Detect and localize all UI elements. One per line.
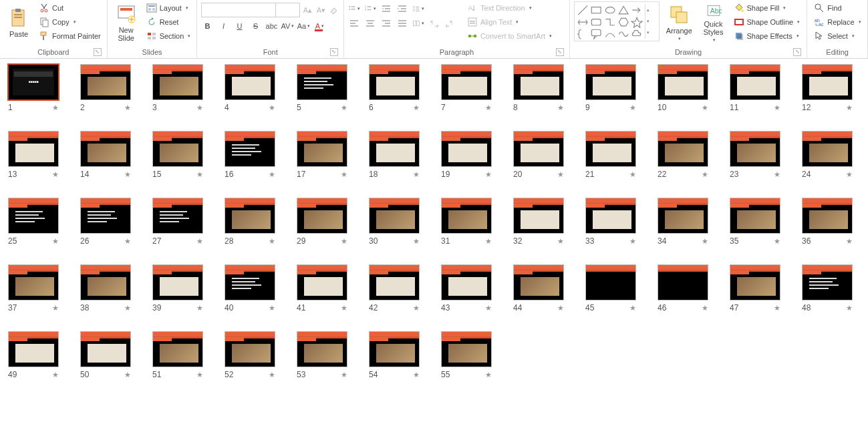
slide-thumbnail[interactable]: 22★ [658,131,708,179]
increase-indent-button[interactable] [396,3,408,15]
quick-styles-button[interactable]: AbcQuick Styles▾ [699,1,728,44]
animation-star-icon[interactable]: ★ [846,304,853,312]
animation-star-icon[interactable]: ★ [413,371,420,379]
slide-thumbnail[interactable]: 13★ [8,131,59,179]
slide-thumbnail[interactable]: 51★ [152,331,203,379]
slide-sorter-area[interactable]: ■■■■■1★2★3★4★5★6★7★8★9★10★11★12★13★14★15… [0,59,868,430]
dialog-launcher-icon[interactable]: ⤡ [793,48,801,56]
animation-star-icon[interactable]: ★ [846,237,853,246]
slide-thumb-8[interactable] [513,64,564,100]
slide-thumbnail[interactable]: 52★ [225,331,275,379]
clear-formatting-button[interactable] [328,4,340,16]
reset-button[interactable]: Reset [144,15,194,29]
slide-thumb-22[interactable] [658,131,708,167]
slide-thumbnail[interactable]: 33★ [585,198,636,246]
slide-thumbnail[interactable]: 7★ [441,64,492,112]
animation-star-icon[interactable]: ★ [413,237,420,246]
rtl-button[interactable]: ¶ [444,17,456,29]
strikethrough-button[interactable]: S [249,20,261,32]
animation-star-icon[interactable]: ★ [774,170,780,179]
slide-thumbnail[interactable]: 54★ [369,331,420,379]
slide-thumbnail[interactable]: 48★ [802,264,853,312]
slide-thumb-19[interactable] [441,131,492,167]
animation-star-icon[interactable]: ★ [702,103,708,112]
animation-star-icon[interactable]: ★ [846,103,853,112]
slide-thumbnail[interactable]: 11★ [730,64,780,112]
slide-thumbnail[interactable]: 17★ [297,131,347,179]
slide-thumb-28[interactable] [225,198,275,234]
slide-thumb-9[interactable] [585,64,636,100]
cut-button[interactable]: Cut [36,1,104,15]
numbering-button[interactable]: 12▾ [364,3,376,15]
slide-thumbnail[interactable]: 4★ [225,64,275,112]
char-spacing-button[interactable]: AV▾ [281,20,293,32]
arrange-button[interactable]: Arrange▾ [662,1,696,44]
shape-effects-button[interactable]: Shape Effects▾ [731,29,803,43]
slide-thumbnail[interactable]: 5★ [297,64,347,112]
slide-thumb-27[interactable] [152,198,203,234]
slide-thumb-12[interactable] [802,64,853,100]
animation-star-icon[interactable]: ★ [629,237,636,246]
slide-thumb-43[interactable] [441,264,492,300]
slide-thumb-18[interactable] [369,131,420,167]
align-text-button[interactable]: Align Text▾ [464,15,555,29]
animation-star-icon[interactable]: ★ [774,103,780,112]
slide-thumbnail[interactable]: 9★ [585,64,636,112]
slide-thumbnail[interactable]: 8★ [513,64,564,112]
animation-star-icon[interactable]: ★ [557,170,564,179]
shadow-button[interactable]: abc [265,20,277,32]
slide-thumb-15[interactable] [152,131,203,167]
shapes-gallery[interactable]: ▴▾▾ [574,1,660,41]
slide-thumb-6[interactable] [369,64,420,100]
slide-thumbnail[interactable]: 10★ [658,64,708,112]
animation-star-icon[interactable]: ★ [196,371,203,379]
slide-thumb-44[interactable] [513,264,564,300]
slide-thumb-3[interactable] [152,64,203,100]
slide-thumb-13[interactable] [8,131,59,167]
animation-star-icon[interactable]: ★ [485,304,492,312]
ltr-button[interactable]: ¶ [428,17,440,29]
animation-star-icon[interactable]: ★ [702,170,708,179]
slide-thumbnail[interactable]: 45★ [585,264,636,312]
animation-star-icon[interactable]: ★ [196,170,203,179]
slide-thumb-46[interactable] [658,264,708,300]
slide-thumbnail[interactable]: 6★ [369,64,420,112]
slide-thumbnail[interactable]: 31★ [441,198,492,246]
animation-star-icon[interactable]: ★ [413,304,420,312]
slide-thumb-37[interactable] [8,264,59,300]
slide-thumbnail[interactable]: 49★ [8,331,59,379]
animation-star-icon[interactable]: ★ [702,237,708,246]
slide-thumbnail[interactable]: 46★ [658,264,708,312]
replace-button[interactable]: abacReplace▾ [811,15,863,29]
slide-thumbnail[interactable]: 36★ [802,198,853,246]
slide-thumbnail[interactable]: 26★ [80,198,131,246]
slide-thumb-47[interactable] [730,264,780,300]
underline-button[interactable]: U [233,20,245,32]
animation-star-icon[interactable]: ★ [485,103,492,112]
slide-thumb-23[interactable] [730,131,780,167]
slide-thumb-7[interactable] [441,64,492,100]
slide-thumbnail[interactable]: 40★ [225,264,275,312]
slide-thumb-1[interactable]: ■■■■■ [8,64,59,100]
bullets-button[interactable]: ▾ [348,3,360,15]
animation-star-icon[interactable]: ★ [124,237,131,246]
section-button[interactable]: Section▾ [144,29,194,43]
slide-thumbnail[interactable]: 18★ [369,131,420,179]
format-painter-button[interactable]: Format Painter [36,29,104,43]
paste-button[interactable]: Paste [4,1,33,44]
slide-thumbnail[interactable]: 2★ [80,64,131,112]
slide-thumb-35[interactable] [730,198,780,234]
font-color-button[interactable]: A▾ [313,20,325,32]
animation-star-icon[interactable]: ★ [485,237,492,246]
slide-thumbnail[interactable]: 21★ [585,131,636,179]
decrease-font-button[interactable]: A▾ [315,4,327,16]
slide-thumbnail[interactable]: 32★ [513,198,564,246]
animation-star-icon[interactable]: ★ [269,103,275,112]
copy-button[interactable]: Copy▾ [36,15,104,29]
slide-thumbnail[interactable]: 55★ [441,331,492,379]
font-size-input[interactable] [275,3,299,17]
slide-thumb-42[interactable] [369,264,420,300]
animation-star-icon[interactable]: ★ [124,103,131,112]
slide-thumb-30[interactable] [369,198,420,234]
dialog-launcher-icon[interactable]: ⤡ [556,48,564,56]
